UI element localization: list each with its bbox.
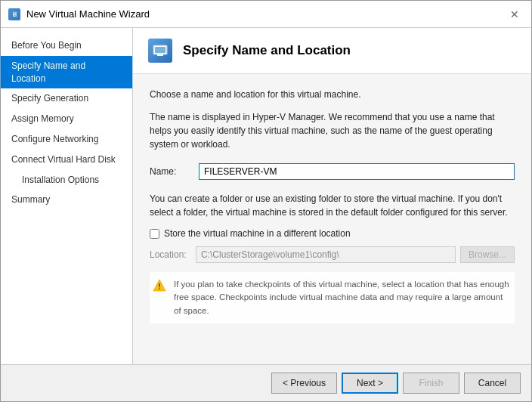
page-header: Specify Name and Location <box>133 28 531 74</box>
location-row: Location: Browse... <box>150 246 515 263</box>
name-input[interactable] <box>199 163 515 180</box>
sidebar: Before You BeginSpecify Name and Locatio… <box>1 28 133 364</box>
close-button[interactable]: ✕ <box>506 5 524 23</box>
sidebar-item-summary[interactable]: Summary <box>1 190 132 210</box>
svg-text:!: ! <box>158 283 160 291</box>
finish-button[interactable]: Finish <box>403 373 459 394</box>
location-label: Location: <box>150 249 191 260</box>
page-body: Choose a name and location for this virt… <box>133 74 531 364</box>
previous-button[interactable]: < Previous <box>271 373 337 394</box>
warning-text: If you plan to take checkpoints of this … <box>174 278 512 317</box>
browse-button[interactable]: Browse... <box>460 246 515 263</box>
name-label: Name: <box>150 166 191 177</box>
svg-rect-1 <box>155 47 165 53</box>
page-header-icon <box>148 39 172 63</box>
store-location-checkbox[interactable] <box>150 229 159 239</box>
svg-rect-2 <box>157 54 163 56</box>
store-location-label[interactable]: Store the virtual machine in a different… <box>164 228 351 239</box>
main-content: Before You BeginSpecify Name and Locatio… <box>1 28 531 364</box>
intro-text: Choose a name and location for this virt… <box>150 88 515 101</box>
sidebar-item-connect-virtual-hard-disk[interactable]: Connect Virtual Hard Disk <box>1 150 132 170</box>
sidebar-item-assign-memory[interactable]: Assign Memory <box>1 109 132 129</box>
sidebar-item-specify-generation[interactable]: Specify Generation <box>1 88 132 109</box>
warning-box: ! If you plan to take checkpoints of thi… <box>150 272 515 323</box>
next-button[interactable]: Next > <box>342 373 398 394</box>
sidebar-item-configure-networking[interactable]: Configure Networking <box>1 129 132 150</box>
window-title: New Virtual Machine Wizard <box>26 8 150 20</box>
sidebar-item-specify-name-location[interactable]: Specify Name and Location <box>1 56 132 89</box>
page-title: Specify Name and Location <box>183 43 351 58</box>
checkbox-row: Store the virtual machine in a different… <box>150 228 515 239</box>
warning-icon: ! <box>153 279 166 292</box>
sidebar-item-before-you-begin[interactable]: Before You Begin <box>1 36 132 56</box>
folder-section: You can create a folder or use an existi… <box>150 192 515 219</box>
window-icon: 🖥 <box>8 8 20 20</box>
name-field-row: Name: <box>150 163 515 180</box>
window: 🖥 New Virtual Machine Wizard ✕ Before Yo… <box>0 0 532 402</box>
cancel-button[interactable]: Cancel <box>464 373 521 394</box>
description-text: The name is displayed in Hyper-V Manager… <box>150 110 515 151</box>
folder-text: You can create a folder or use an existi… <box>150 192 515 219</box>
content-area: Specify Name and Location Choose a name … <box>133 28 531 364</box>
sidebar-item-installation-options[interactable]: Installation Options <box>1 170 132 190</box>
title-bar: 🖥 New Virtual Machine Wizard ✕ <box>1 1 531 28</box>
footer: < Previous Next > Finish Cancel <box>1 364 531 401</box>
location-input <box>196 246 456 263</box>
